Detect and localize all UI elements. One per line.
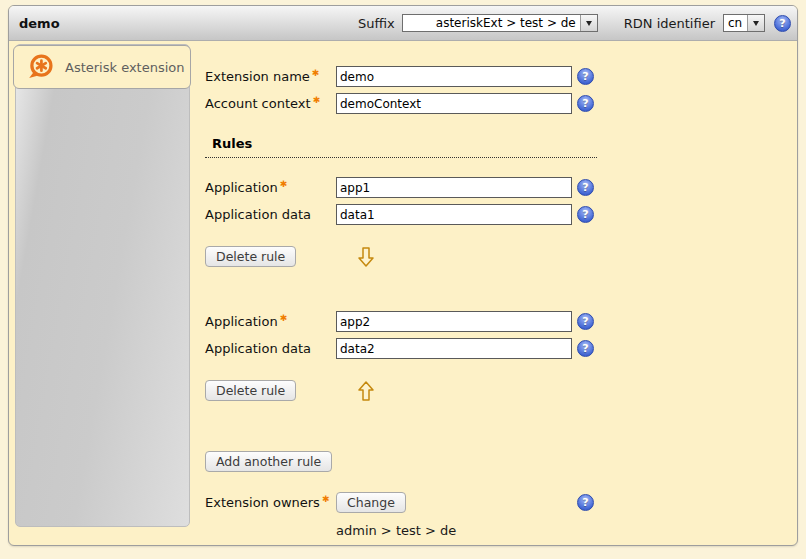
application-data-input[interactable] — [336, 338, 572, 359]
application-data-label: Application data — [205, 207, 336, 222]
application-data-input[interactable] — [336, 204, 572, 225]
extension-name-input[interactable] — [336, 66, 572, 87]
tab-label: Asterisk extension — [65, 60, 185, 75]
extension-name-row: Extension name✱ ? — [205, 63, 597, 90]
rule-block: Application✱ ? Application data ? Delete… — [205, 174, 597, 267]
required-asterisk-icon: ✱ — [280, 179, 288, 189]
add-rule-row: Add another rule — [205, 451, 597, 472]
extension-owners-value: admin > test > de — [336, 523, 597, 538]
extension-owners-row: Extension owners✱ Change ? — [205, 490, 597, 514]
application-input[interactable] — [336, 177, 572, 198]
help-icon[interactable]: ? — [577, 95, 594, 112]
suffix-label: Suffix — [358, 16, 395, 31]
rdn-identifier-select[interactable]: cn — [723, 14, 765, 32]
rdn-identifier-label: RDN identifier — [624, 16, 715, 31]
account-context-label: Account context✱ — [205, 95, 336, 111]
required-asterisk-icon: ✱ — [313, 95, 321, 105]
suffix-select-value: asteriskExt > test > de — [403, 15, 580, 31]
required-asterisk-icon: ✱ — [280, 313, 288, 323]
application-input[interactable] — [336, 311, 572, 332]
application-data-label: Application data — [205, 341, 336, 356]
account-context-input[interactable] — [336, 93, 572, 114]
rule-actions-row: Delete rule — [205, 246, 597, 267]
module-sidebar — [15, 44, 190, 527]
delete-rule-button[interactable]: Delete rule — [205, 246, 296, 267]
application-label: Application✱ — [205, 179, 336, 195]
rdn-select-value: cn — [724, 15, 747, 31]
account-editor-window: demo Suffix asteriskExt > test > de RDN … — [8, 5, 798, 546]
help-icon[interactable]: ? — [577, 206, 594, 223]
application-data-row: Application data ? — [205, 335, 597, 362]
rule-actions-row: Delete rule — [205, 380, 597, 401]
titlebar-controls: Suffix asteriskExt > test > de RDN ident… — [358, 14, 797, 32]
help-icon[interactable]: ? — [577, 494, 594, 511]
help-icon[interactable]: ? — [774, 15, 791, 32]
move-up-icon[interactable] — [358, 380, 374, 402]
change-owners-button[interactable]: Change — [336, 492, 406, 513]
help-icon[interactable]: ? — [577, 340, 594, 357]
asterisk-logo-icon — [25, 53, 56, 82]
application-row: Application✱ ? — [205, 174, 597, 201]
rules-section-title: Rules — [205, 136, 597, 158]
rule-block: Application✱ ? Application data ? Delete… — [205, 308, 597, 401]
delete-rule-button[interactable]: Delete rule — [205, 380, 296, 401]
application-row: Application✱ ? — [205, 308, 597, 335]
titlebar: demo Suffix asteriskExt > test > de RDN … — [9, 6, 797, 41]
add-another-rule-button[interactable]: Add another rule — [205, 451, 332, 472]
account-context-row: Account context✱ ? — [205, 90, 597, 117]
dropdown-arrow-icon[interactable] — [747, 15, 764, 31]
help-icon[interactable]: ? — [577, 68, 594, 85]
move-down-icon[interactable] — [358, 246, 374, 268]
required-asterisk-icon: ✱ — [322, 494, 330, 504]
help-icon[interactable]: ? — [577, 313, 594, 330]
suffix-select[interactable]: asteriskExt > test > de — [402, 14, 598, 32]
dropdown-arrow-icon[interactable] — [580, 15, 597, 31]
application-label: Application✱ — [205, 313, 336, 329]
form-content: Extension name✱ ? Account context✱ ? Rul… — [205, 40, 597, 538]
extension-owners-label: Extension owners✱ — [205, 494, 336, 510]
tab-asterisk-extension[interactable]: Asterisk extension — [13, 45, 191, 89]
extension-name-label: Extension name✱ — [205, 68, 336, 84]
page-title: demo — [19, 16, 60, 31]
application-data-row: Application data ? — [205, 201, 597, 228]
required-asterisk-icon: ✱ — [312, 68, 320, 78]
help-icon[interactable]: ? — [577, 179, 594, 196]
